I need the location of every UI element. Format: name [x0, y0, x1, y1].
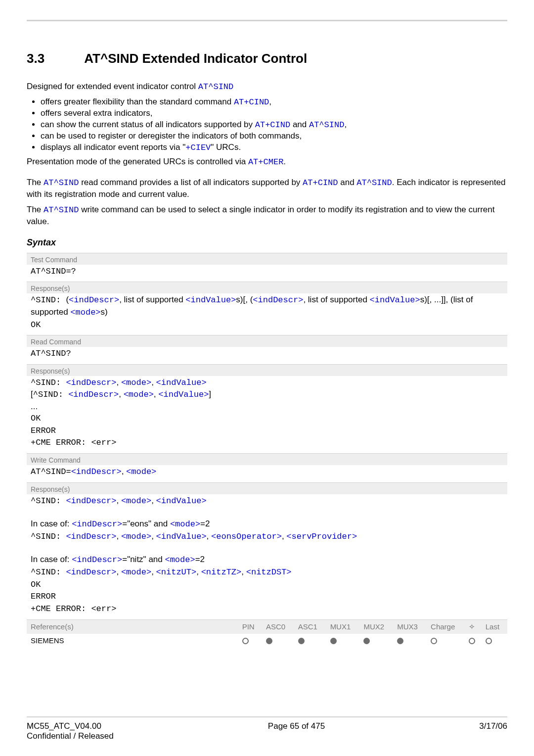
text: list of supported [124, 295, 186, 304]
text: and [338, 178, 357, 187]
param-indvalue[interactable]: <indValue> [156, 378, 207, 387]
col-mux2: MUX2 [359, 619, 393, 634]
text: ... [31, 402, 38, 411]
param-mode[interactable]: <mode> [121, 496, 151, 506]
text: , [151, 378, 156, 387]
param-mode[interactable]: <mode> [121, 567, 151, 577]
col-mux3: MUX3 [393, 619, 427, 634]
page-footer: MC55_ATC_V04.00 Confidential / Released … [0, 716, 534, 741]
bullet-text: and [290, 120, 309, 129]
param-mode[interactable]: <mode> [170, 520, 200, 529]
dot-solid-icon [363, 638, 370, 644]
param-indvalue[interactable]: <indValue> [156, 496, 207, 506]
param-inddescr[interactable]: <indDescr> [66, 378, 116, 387]
link-at-sind[interactable]: AT^SIND [44, 205, 79, 215]
param-mode[interactable]: <mode> [121, 378, 151, 387]
bullet-text: can show the current status of all indic… [41, 120, 255, 129]
dot-cell [427, 634, 465, 647]
param-inddescr[interactable]: <indDescr> [71, 467, 122, 476]
text: , [116, 378, 121, 387]
link-at-sind[interactable]: AT^SIND [309, 120, 344, 130]
link-at-cmer[interactable]: AT+CMER [248, 157, 283, 167]
response-header: Response(s) [27, 282, 507, 293]
syntax-heading: Syntax [27, 237, 507, 248]
param-mode[interactable]: <mode> [165, 555, 195, 565]
syntax-block: Test Command AT^SIND=? Response(s) ^SIND… [27, 253, 507, 647]
row-label: SIEMENS [27, 634, 238, 647]
spark-icon: ✧ [469, 622, 475, 631]
col-asc1: ASC1 [294, 619, 326, 634]
param-mode[interactable]: <mode> [124, 390, 154, 399]
dot-solid-icon [397, 638, 403, 644]
write-response: ^SIND: <indDescr>, <mode>, <indValue> In… [27, 494, 507, 619]
code-text: ERROR [31, 592, 56, 601]
param-indvalue[interactable]: <indValue> [158, 390, 209, 399]
write-command: AT^SIND=<indDescr>, <mode> [27, 465, 507, 482]
footer-confidential: Confidential / Released [27, 731, 114, 741]
dot-cell [465, 634, 482, 647]
col-last: Last [482, 619, 507, 634]
code-text: ^SIND: [31, 295, 66, 305]
bullet-text: " URCs. [211, 142, 241, 152]
code-text: ^SIND: [31, 496, 66, 506]
param-mode[interactable]: <mode> [121, 532, 151, 541]
dot-open-icon [486, 638, 492, 644]
bullet-text: offers greater flexibility than the stan… [41, 97, 234, 106]
dot-cell [262, 634, 294, 647]
code-text: AT^SIND? [31, 349, 71, 358]
bullet-item: can show the current status of all indic… [41, 120, 507, 130]
param-inddescr[interactable]: <indDescr> [72, 520, 122, 529]
text: ="nitz" and [122, 555, 165, 564]
text: The [27, 205, 44, 214]
param-inddescr[interactable]: <indDescr> [66, 532, 116, 541]
param-nitztz[interactable]: <nitzTZ> [201, 567, 242, 577]
code-text: OK [31, 580, 41, 589]
code-text: ERROR [31, 426, 56, 435]
link-at-sind[interactable]: AT^SIND [198, 82, 233, 92]
param-indvalue[interactable]: <indValue> [156, 532, 207, 541]
code-text: ^SIND: [31, 378, 66, 387]
dot-cell [482, 634, 507, 647]
link-at-cind[interactable]: AT+CIND [234, 97, 269, 107]
dot-solid-icon [298, 638, 305, 644]
text: s)[, ( [236, 295, 253, 304]
param-servprovider[interactable]: <servProvider> [286, 532, 357, 541]
link-ciev[interactable]: +CIEV [185, 143, 211, 152]
col-charge: Charge [427, 619, 465, 634]
footer-doc-id: MC55_ATC_V04.00 [27, 721, 101, 731]
bullet-item: can be used to register or deregister th… [41, 131, 507, 141]
param-nitzut[interactable]: <nitzUT> [156, 567, 197, 577]
test-command-header: Test Command [27, 253, 507, 265]
link-at-sind[interactable]: AT^SIND [44, 178, 79, 188]
param-mode[interactable]: <mode> [126, 467, 156, 476]
dot-cell [393, 634, 427, 647]
text: , [116, 567, 121, 576]
link-at-cind[interactable]: AT+CIND [255, 120, 290, 130]
dot-cell [238, 634, 262, 647]
param-inddescr[interactable]: <indDescr> [69, 295, 119, 305]
code-text: +CME ERROR: <err> [31, 604, 116, 614]
code-text: AT^SIND= [31, 467, 71, 476]
code-text: ^SIND: [31, 532, 66, 541]
param-inddescr[interactable]: <indDescr> [72, 555, 122, 565]
bullet-item: displays all indicator event reports via… [41, 142, 507, 152]
bullet-text: , [269, 97, 271, 106]
code-text: +CME ERROR: <err> [31, 438, 116, 447]
param-inddescr[interactable]: <indDescr> [66, 496, 116, 506]
link-at-cind[interactable]: AT+CIND [303, 178, 338, 188]
param-eonsoperator[interactable]: <eonsOperator> [211, 532, 282, 541]
bullet-item: offers several extra indicators, [41, 108, 507, 118]
param-inddescr[interactable]: <indDescr> [253, 295, 303, 305]
param-inddescr[interactable]: <indDescr> [66, 567, 116, 577]
param-indvalue[interactable]: <indValue> [185, 295, 236, 305]
param-indvalue[interactable]: <indValue> [370, 295, 420, 305]
link-at-sind[interactable]: AT^SIND [356, 178, 392, 188]
param-inddescr[interactable]: <indDescr> [68, 390, 119, 399]
references-header: Reference(s) [27, 619, 238, 634]
dot-solid-icon [330, 638, 337, 644]
param-nitzdst[interactable]: <nitzDST> [246, 567, 292, 577]
text: , [122, 467, 126, 476]
param-mode[interactable]: <mode> [70, 308, 100, 317]
col-mux1: MUX1 [326, 619, 360, 634]
test-response: ^SIND: (<indDescr>, list of supported <i… [27, 293, 507, 335]
